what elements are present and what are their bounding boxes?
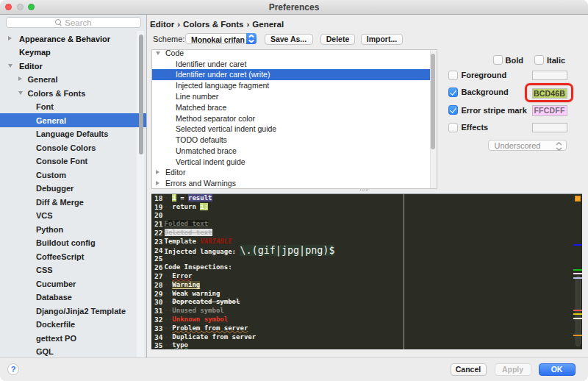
stripe-mark[interactable] bbox=[573, 310, 582, 311]
sidebar-item-general[interactable]: General bbox=[0, 73, 146, 87]
code-segment-sel: result bbox=[188, 194, 212, 202]
foreground-color-field[interactable] bbox=[532, 71, 567, 80]
effect-type-select[interactable]: Underscored bbox=[488, 140, 567, 152]
sidebar-item-database[interactable]: Database bbox=[0, 291, 146, 305]
sidebar-item-font[interactable]: Font bbox=[0, 100, 146, 114]
sidebar-item-console-font[interactable]: Console Font bbox=[0, 154, 146, 168]
collapse-arrow-icon[interactable] bbox=[8, 64, 12, 68]
sidebar-item-django-jinja2-template[interactable]: Django/Jinja2 Template bbox=[0, 304, 146, 318]
error-stripe-mark-checkbox[interactable] bbox=[448, 105, 458, 115]
sidebar-item-gettext-po[interactable]: gettext PO bbox=[0, 331, 146, 345]
search-icon bbox=[55, 19, 62, 26]
stripe-mark[interactable] bbox=[573, 269, 582, 271]
code-segment-ws: ·· bbox=[165, 194, 173, 202]
option-row-label: Method separator color bbox=[176, 114, 255, 123]
expand-arrow-icon[interactable] bbox=[18, 76, 22, 81]
sidebar-item-vcs[interactable]: VCS bbox=[0, 209, 146, 223]
code-segment-var: VARIABLE bbox=[200, 238, 232, 245]
sidebar-item-console-colors[interactable]: Console Colors bbox=[0, 140, 146, 154]
effects-color-field[interactable] bbox=[532, 123, 567, 132]
option-row-matched-brace[interactable]: Matched brace bbox=[152, 102, 437, 113]
preview-line-19: 19··return i; bbox=[151, 203, 582, 212]
breadcrumb-item[interactable]: Editor bbox=[150, 20, 174, 29]
option-row-unmatched-brace[interactable]: Unmatched brace bbox=[152, 146, 437, 157]
effects-checkbox[interactable] bbox=[448, 123, 458, 132]
cancel-button[interactable]: Cancel bbox=[451, 363, 487, 376]
sidebar-item-buildout-config[interactable]: Buildout config bbox=[0, 236, 146, 250]
sidebar-item-appearance-behavior[interactable]: Appearance & Behavior bbox=[0, 32, 146, 46]
option-row-editor[interactable]: Editor bbox=[152, 167, 437, 178]
option-row-method-separator-color[interactable]: Method separator color bbox=[152, 113, 437, 124]
breadcrumb-item[interactable]: Colors & Fonts bbox=[183, 20, 243, 29]
foreground-checkbox[interactable] bbox=[448, 71, 458, 80]
option-row-vertical-indent-guide[interactable]: Vertical indent guide bbox=[152, 156, 437, 167]
sidebar-item-debugger[interactable]: Debugger bbox=[0, 182, 146, 196]
option-row-identifier-under-caret[interactable]: Identifier under caret bbox=[152, 58, 437, 69]
breadcrumb-item[interactable]: General bbox=[252, 20, 284, 29]
sidebar-item-language-defaults[interactable]: Language Defaults bbox=[0, 127, 146, 141]
collapse-arrow-icon[interactable] bbox=[156, 51, 160, 55]
background-checkbox[interactable] bbox=[448, 88, 458, 97]
search-placeholder: Search bbox=[65, 18, 91, 27]
search-input[interactable]: Search bbox=[6, 17, 141, 28]
sidebar-item-label: CSS bbox=[36, 266, 53, 274]
code-segment-inj: \.(gif|jpg|png)$ bbox=[240, 245, 334, 256]
preview-line-25: 25 bbox=[151, 254, 582, 263]
save-as-button[interactable]: Save As... bbox=[265, 34, 313, 45]
stripe-mark[interactable] bbox=[573, 318, 582, 319]
sidebar-item-keymap[interactable]: Keymap bbox=[0, 46, 146, 60]
error-stripe-mark-color-field[interactable]: FFCDFF bbox=[532, 105, 567, 116]
sidebar-item-label: Database bbox=[36, 293, 72, 302]
sidebar-item-custom[interactable]: Custom bbox=[0, 168, 146, 182]
option-row-label: Unmatched brace bbox=[176, 146, 237, 155]
option-row-code[interactable]: Code bbox=[152, 49, 437, 58]
splitter-grip[interactable] bbox=[360, 189, 370, 191]
effects-label: Effects bbox=[462, 123, 489, 132]
italic-checkbox[interactable] bbox=[534, 55, 544, 65]
sidebar-item-general[interactable]: General bbox=[0, 113, 146, 127]
code-segment-ws: ·· bbox=[165, 341, 173, 349]
ok-button[interactable]: OK bbox=[539, 363, 576, 376]
options-scrollbar-thumb[interactable] bbox=[431, 54, 435, 149]
scheme-select[interactable]: Monokai crifan bbox=[185, 33, 257, 44]
stripe-mark[interactable] bbox=[573, 277, 582, 279]
collapse-arrow-icon[interactable] bbox=[18, 91, 23, 95]
bold-checkbox[interactable] bbox=[493, 55, 503, 65]
sidebar-item-diff-merge[interactable]: Diff & Merge bbox=[0, 195, 146, 209]
expand-arrow-icon[interactable] bbox=[8, 36, 12, 40]
delete-button[interactable]: Delete bbox=[320, 34, 355, 45]
option-row-line-number[interactable]: Line number bbox=[152, 91, 437, 102]
expand-arrow-icon[interactable] bbox=[156, 181, 159, 185]
apply-button[interactable]: Apply bbox=[495, 363, 531, 376]
sidebar-item-colors-fonts[interactable]: Colors & Fonts bbox=[0, 86, 146, 100]
sidebar-item-label: Dockerfile bbox=[36, 320, 75, 329]
option-row-todo-defaults[interactable]: TODO defaults bbox=[152, 135, 437, 146]
expand-arrow-icon[interactable] bbox=[156, 170, 159, 174]
sidebar-item-coffeescript[interactable]: CoffeeScript bbox=[0, 249, 146, 263]
scheme-preview-editor[interactable]: 18··i = result19··return i;2021Folded te… bbox=[151, 193, 582, 350]
option-row-label: Line number bbox=[176, 92, 218, 101]
option-row-identifier-under-caret-write-[interactable]: Identifier under caret (write) bbox=[152, 69, 437, 80]
effect-type-value: Underscored bbox=[495, 141, 541, 150]
line-number: 24 bbox=[154, 246, 162, 255]
import-button[interactable]: Import... bbox=[361, 34, 403, 45]
sidebar-item-label: General bbox=[36, 116, 66, 125]
option-row-errors-and-warnings[interactable]: Errors and Warnings bbox=[152, 178, 437, 189]
sidebar-item-dockerfile[interactable]: Dockerfile bbox=[0, 318, 146, 332]
stripe-mark[interactable] bbox=[573, 273, 582, 274]
sidebar-item-css[interactable]: CSS bbox=[0, 263, 146, 277]
sidebar-scrollbar-thumb[interactable] bbox=[139, 35, 144, 154]
sidebar-item-label: Editor bbox=[19, 62, 43, 71]
sidebar-item-gql[interactable]: GQL bbox=[0, 345, 146, 357]
option-row-label: Selected vertical indent guide bbox=[176, 124, 276, 133]
option-row-injected-language-fragment[interactable]: Injected language fragment bbox=[152, 80, 437, 91]
sidebar-item-cucumber[interactable]: Cucumber bbox=[0, 277, 146, 291]
sidebar-item-editor[interactable]: Editor bbox=[0, 59, 146, 73]
option-row-selected-vertical-indent-guide[interactable]: Selected vertical indent guide bbox=[152, 124, 437, 135]
stripe-mark[interactable] bbox=[573, 313, 582, 315]
stripe-mark[interactable] bbox=[573, 244, 582, 246]
code-segment-typo: typo bbox=[172, 341, 188, 349]
help-button[interactable]: ? bbox=[7, 363, 19, 375]
sidebar-item-python[interactable]: Python bbox=[0, 222, 146, 236]
stripe-mark[interactable] bbox=[573, 335, 582, 336]
